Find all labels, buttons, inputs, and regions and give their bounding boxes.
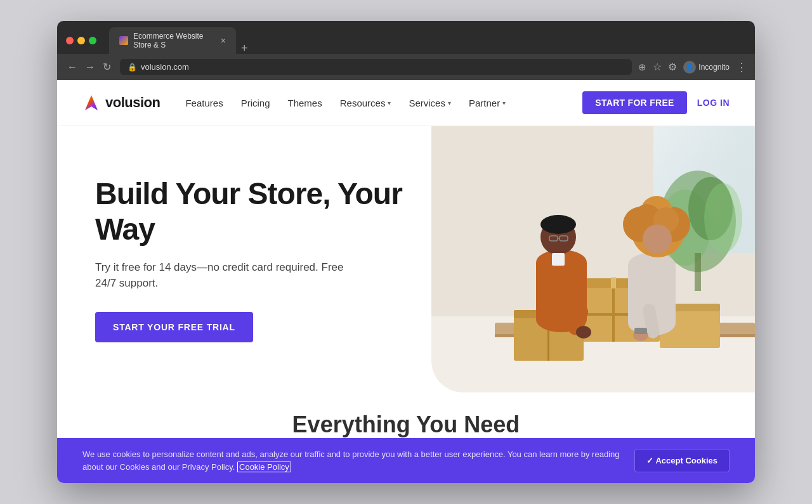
lock-icon: 🔒 — [128, 63, 137, 72]
everything-section: Everything You Need — [57, 392, 755, 438]
minimize-button[interactable] — [77, 37, 85, 44]
cookie-policy-link[interactable]: Cookie Policy — [237, 462, 291, 472]
nav-pricing[interactable]: Pricing — [241, 98, 270, 108]
browser-tab-active[interactable]: Ecommerce Website Store & S × — [109, 27, 236, 54]
svg-rect-28 — [552, 253, 565, 266]
accept-cookies-button[interactable]: ✓ Accept Cookies — [634, 449, 730, 472]
svg-rect-41 — [634, 328, 647, 334]
hero-section: Build Your Store, Your Way Try it free f… — [57, 126, 755, 392]
forward-button[interactable]: → — [82, 60, 98, 74]
extensions-icon[interactable]: ⚙ — [668, 61, 677, 73]
svg-rect-16 — [611, 277, 616, 288]
svg-point-38 — [643, 224, 672, 254]
site-nav: volusion Features Pricing Themes Resourc… — [57, 80, 755, 126]
tab-favicon — [119, 36, 128, 45]
nav-themes[interactable]: Themes — [288, 98, 322, 108]
services-chevron-icon: ▾ — [448, 100, 451, 107]
address-bar[interactable]: 🔒 volusion.com — [120, 59, 632, 75]
nav-buttons: ← → ↻ — [65, 60, 114, 74]
nav-services[interactable]: Services ▾ — [409, 98, 451, 108]
cast-icon: ⊕ — [638, 61, 646, 73]
nav-cta-area: START FOR FREE LOG IN — [582, 91, 730, 114]
tab-title: Ecommerce Website Store & S — [133, 32, 216, 49]
svg-point-8 — [704, 183, 742, 253]
close-button[interactable] — [66, 37, 74, 44]
everything-title: Everything You Need — [82, 411, 730, 438]
browser-toolbar: ← → ↻ 🔒 volusion.com ⊕ ☆ ⚙ 👤 Incognito ⋮ — [57, 54, 755, 80]
svg-marker-0 — [85, 95, 98, 110]
back-button[interactable]: ← — [65, 60, 80, 74]
maximize-button[interactable] — [89, 37, 96, 44]
hero-image — [431, 126, 755, 392]
partner-chevron-icon: ▾ — [502, 100, 506, 107]
browser-titlebar: Ecommerce Website Store & S × + — [57, 21, 755, 54]
cookie-text: We use cookies to personalize content an… — [82, 448, 622, 473]
start-for-free-button[interactable]: START FOR FREE — [582, 91, 687, 114]
free-trial-button[interactable]: START YOUR FREE TRIAL — [95, 312, 253, 342]
logo-text: volusion — [105, 94, 160, 111]
hero-illustration — [431, 126, 755, 392]
svg-point-24 — [540, 215, 576, 234]
svg-point-30 — [576, 326, 591, 339]
menu-icon[interactable]: ⋮ — [736, 60, 747, 74]
cookie-banner: We use cookies to personalize content an… — [57, 438, 755, 483]
website-content: volusion Features Pricing Themes Resourc… — [57, 80, 755, 483]
nav-features[interactable]: Features — [185, 98, 223, 108]
browser-tabs: Ecommerce Website Store & S × + — [109, 27, 746, 54]
toolbar-actions: ⊕ ☆ ⚙ 👤 Incognito ⋮ — [638, 60, 747, 74]
reload-button[interactable]: ↻ — [100, 60, 114, 74]
volusion-logo-icon — [82, 94, 100, 112]
incognito-label: Incognito — [698, 63, 730, 72]
resources-chevron-icon: ▾ — [388, 100, 391, 107]
profile-button[interactable]: 👤 Incognito — [683, 61, 730, 74]
nav-resources[interactable]: Resources ▾ — [340, 98, 391, 108]
tab-close-button[interactable]: × — [221, 36, 226, 45]
bookmark-icon[interactable]: ☆ — [653, 61, 662, 73]
incognito-icon: 👤 — [683, 61, 696, 74]
hero-subtitle: Try it free for 14 days—no credit card r… — [95, 259, 349, 292]
new-tab-button[interactable]: + — [236, 42, 253, 54]
hero-content: Build Your Store, Your Way Try it free f… — [57, 126, 431, 392]
url-text: volusion.com — [141, 62, 189, 72]
traffic-lights — [66, 37, 96, 44]
nav-links: Features Pricing Themes Resources ▾ Serv… — [185, 98, 582, 108]
browser-chrome: Ecommerce Website Store & S × + ← → ↻ 🔒 … — [57, 21, 755, 80]
svg-rect-9 — [695, 253, 701, 291]
browser-window: Ecommerce Website Store & S × + ← → ↻ 🔒 … — [57, 21, 755, 483]
login-button[interactable]: LOG IN — [697, 98, 730, 108]
hero-title: Build Your Store, Your Way — [95, 176, 406, 246]
logo-area[interactable]: volusion — [82, 94, 160, 112]
nav-partner[interactable]: Partner ▾ — [469, 98, 506, 108]
